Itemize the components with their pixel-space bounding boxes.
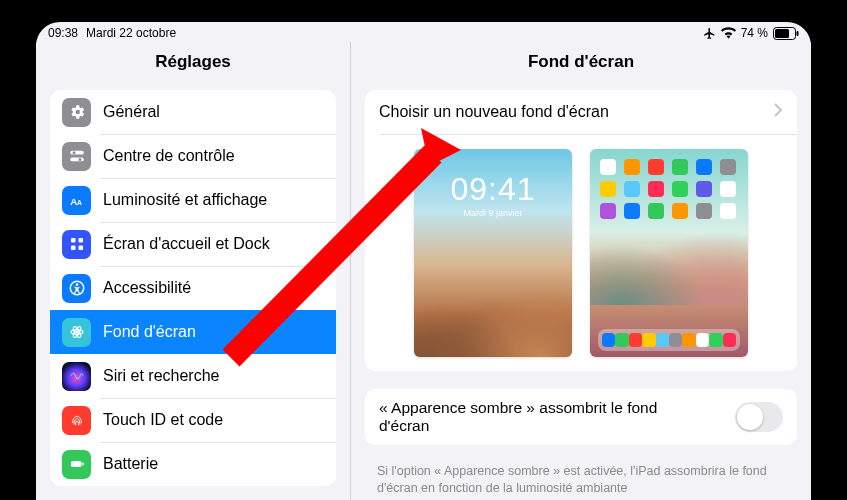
svg-rect-11 [71,246,76,251]
lock-clock: 09:41 Mardi 9 janvier [414,171,572,218]
battery-icon [62,450,91,479]
settings-sidebar: Réglages Général Centre de contrôle [36,42,351,500]
sidebar-item-label: Écran d'accueil et Dock [103,235,270,253]
sidebar-item-general[interactable]: Général [50,90,336,134]
svg-rect-4 [70,158,84,162]
sidebar-item-label: Siri et recherche [103,367,220,385]
status-date: Mardi 22 octobre [86,26,176,40]
svg-rect-3 [70,151,84,155]
screen: 09:38 Mardi 22 octobre 74 % Réglages [36,22,811,500]
chevron-right-icon [774,103,783,121]
ipad-frame: 09:38 Mardi 22 octobre 74 % Réglages [22,8,825,500]
flower-icon [62,318,91,347]
sidebar-item-display[interactable]: AA Luminosité et affichage [50,178,336,222]
sidebar-item-home-screen[interactable]: Écran d'accueil et Dock [50,222,336,266]
dark-appearance-switch[interactable] [735,402,783,432]
sidebar-title: Réglages [36,42,350,90]
airplane-icon [703,27,716,40]
sidebar-item-wallpaper[interactable]: Fond d'écran [50,310,336,354]
svg-point-6 [78,158,81,161]
svg-rect-10 [78,238,83,243]
detail-pane: Fond d'écran Choisir un nouveau fond d'é… [351,42,811,500]
status-time: 09:38 [48,26,78,40]
fingerprint-icon [62,406,91,435]
status-battery-pct: 74 % [741,26,768,40]
status-right: 74 % [703,26,799,40]
sidebar-item-siri[interactable]: Siri et recherche [50,354,336,398]
dark-appearance-row[interactable]: « Apparence sombre » assombrit le fond d… [365,389,797,445]
sidebar-item-battery[interactable]: Batterie [50,442,336,486]
wallpaper-card: Choisir un nouveau fond d'écran 09:41 Ma… [365,90,797,371]
svg-point-15 [75,330,79,334]
wifi-icon [721,27,736,39]
sidebar-item-label: Centre de contrôle [103,147,235,165]
sidebar-item-label: Luminosité et affichage [103,191,267,209]
home-screen-preview[interactable] [590,149,748,357]
sidebar-item-accessibility[interactable]: Accessibilité [50,266,336,310]
svg-text:A: A [77,199,82,206]
battery-icon [773,27,799,40]
svg-point-14 [75,283,78,286]
sidebar-item-label: Général [103,103,160,121]
sidebar-item-label: Fond d'écran [103,323,196,341]
svg-rect-9 [71,238,76,243]
choose-wallpaper-row[interactable]: Choisir un nouveau fond d'écran [365,90,797,134]
choose-wallpaper-label: Choisir un nouveau fond d'écran [379,103,609,121]
sidebar-item-label: Accessibilité [103,279,191,297]
settings-list: Général Centre de contrôle AA Luminosité… [50,90,336,486]
status-bar: 09:38 Mardi 22 octobre 74 % [36,22,811,42]
gear-icon [62,98,91,127]
lock-time: 09:41 [414,171,572,208]
text-size-icon: AA [62,186,91,215]
grid-icon [62,230,91,259]
svg-rect-12 [78,246,83,251]
sidebar-item-label: Touch ID et code [103,411,223,429]
home-dock [598,329,740,351]
lock-screen-preview[interactable]: 09:41 Mardi 9 janvier [414,149,572,357]
sidebar-item-control-center[interactable]: Centre de contrôle [50,134,336,178]
svg-point-5 [72,151,75,154]
dark-appearance-label: « Apparence sombre » assombrit le fond d… [379,399,699,435]
sidebar-item-label: Batterie [103,455,158,473]
switches-icon [62,142,91,171]
svg-rect-2 [797,31,799,36]
wallpaper-previews: 09:41 Mardi 9 janvier [365,135,797,371]
footer-note: Si l'option « Apparence sombre » est act… [377,463,785,497]
accessibility-icon [62,274,91,303]
sidebar-item-touchid[interactable]: Touch ID et code [50,398,336,442]
svg-text:A: A [70,196,77,207]
siri-icon [62,362,91,391]
svg-rect-20 [82,463,84,466]
detail-title: Fond d'écran [351,42,811,90]
lock-date: Mardi 9 janvier [414,208,572,218]
home-icon-grid [600,159,738,219]
dark-appearance-card: « Apparence sombre » assombrit le fond d… [365,389,797,445]
svg-rect-19 [71,461,82,467]
svg-rect-1 [775,29,789,38]
